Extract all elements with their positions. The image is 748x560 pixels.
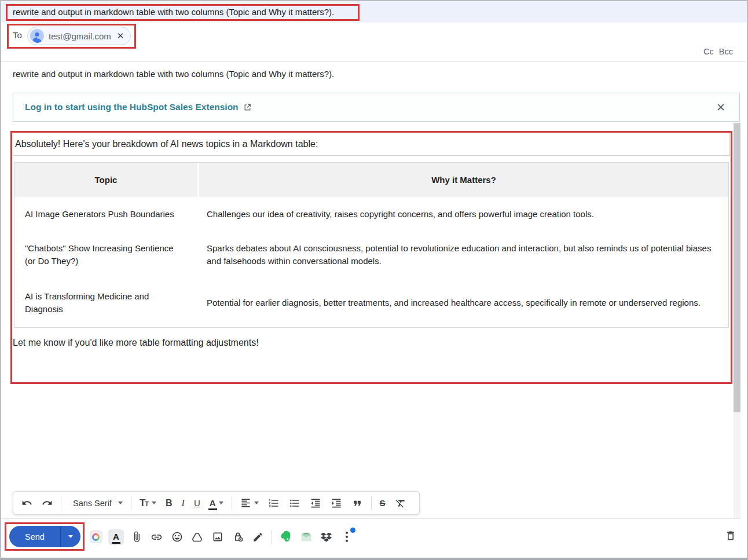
scrollbar-thumb[interactable] — [734, 123, 740, 412]
undo-button[interactable] — [17, 492, 37, 514]
numbered-list-button[interactable] — [263, 492, 284, 514]
recipient-chip[interactable]: test@gmail.com ✕ — [27, 27, 131, 45]
indent-less-button[interactable] — [305, 492, 326, 514]
mail-tray-icon — [300, 530, 313, 543]
insert-signature-button[interactable] — [248, 526, 268, 548]
confidential-mode-button[interactable] — [228, 526, 248, 548]
font-family-select[interactable]: Sans Serif — [65, 492, 127, 514]
subject-input[interactable]: rewrite and output in markdown table wit… — [1, 1, 747, 23]
table-header-topic: Topic — [14, 163, 197, 197]
lock-clock-icon — [232, 531, 244, 543]
gmail-compose-window: rewrite and output in markdown table wit… — [0, 0, 748, 560]
evernote-button[interactable] — [276, 526, 296, 548]
bulleted-list-button[interactable] — [284, 492, 305, 514]
cc-button[interactable]: Cc — [703, 47, 714, 56]
table-header-why: Why it Matters? — [199, 163, 728, 197]
markdown-table: Topic Why it Matters? AI Image Generator… — [14, 162, 729, 328]
avatar-icon — [30, 29, 44, 43]
font-family-label: Sans Serif — [69, 499, 115, 508]
body-first-line: rewrite and output in markdown table wit… — [13, 69, 334, 79]
footer-icon-row: A — [86, 525, 357, 548]
align-button[interactable] — [236, 492, 263, 514]
ai-extension-button[interactable] — [86, 526, 106, 548]
remove-formatting-button[interactable] — [390, 492, 411, 514]
external-link-icon — [243, 103, 252, 112]
table-row: AI is Transforming Medicine and Diagnosi… — [14, 278, 728, 327]
subject-text: rewrite and output in markdown table wit… — [13, 7, 334, 17]
insert-link-button[interactable] — [146, 526, 167, 548]
chevron-down-icon — [68, 535, 73, 538]
indent-less-icon — [310, 497, 321, 509]
italic-button[interactable]: I — [177, 492, 189, 514]
reply-intro-box: Absolutely! Here's your breakdown of AI … — [13, 133, 730, 156]
to-label: To — [13, 30, 22, 40]
emoji-icon — [171, 531, 183, 543]
quote-button[interactable] — [347, 492, 368, 514]
google-drive-button[interactable] — [187, 526, 207, 548]
table-row: AI Image Generators Push Boundaries Chal… — [14, 197, 728, 232]
hubspot-banner: Log in to start using the HubSpot Sales … — [13, 93, 740, 122]
font-size-select[interactable]: TT — [135, 492, 161, 514]
table-cell-why: Challenges our idea of creativity, raise… — [197, 208, 728, 221]
evernote-icon — [280, 530, 292, 543]
pen-icon — [252, 532, 263, 543]
footer-divider — [1, 518, 740, 519]
undo-icon — [21, 497, 32, 508]
paperclip-icon — [131, 531, 142, 543]
reply-outro-text: Let me know if you'd like more table for… — [13, 338, 259, 348]
mail-tray-extension-button[interactable] — [296, 526, 316, 548]
reply-intro-text: Absolutely! Here's your breakdown of AI … — [15, 139, 318, 149]
redo-button[interactable] — [37, 492, 57, 514]
discard-draft-button[interactable] — [725, 530, 736, 544]
header-divider — [1, 61, 747, 62]
remove-formatting-icon — [395, 497, 406, 509]
underline-button[interactable]: U — [189, 492, 205, 514]
photo-icon — [212, 531, 223, 543]
bcc-button[interactable]: Bcc — [719, 47, 733, 56]
text-color-button[interactable]: A — [205, 492, 228, 514]
bulleted-list-icon — [289, 497, 300, 509]
table-cell-topic: AI Image Generators Push Boundaries — [14, 208, 197, 221]
attach-file-button[interactable] — [126, 526, 146, 548]
bold-button[interactable]: B — [161, 492, 177, 514]
redo-icon — [42, 497, 53, 508]
indent-more-button[interactable] — [326, 492, 347, 514]
ai-extension-icon — [90, 530, 102, 543]
align-left-icon — [240, 497, 251, 508]
formatting-toolbar: Sans Serif TT B I U A — [13, 491, 420, 515]
formatting-options-icon: A — [108, 529, 124, 545]
trash-icon — [725, 530, 736, 541]
table-cell-topic: "Chatbots" Show Increasing Sentience (or… — [14, 242, 197, 268]
chevron-down-icon — [118, 502, 123, 504]
chevron-down-icon — [219, 502, 223, 504]
drive-icon — [191, 531, 203, 543]
send-label: Send — [9, 526, 60, 547]
chevron-down-icon — [152, 502, 156, 504]
chip-email: test@gmail.com — [49, 31, 111, 41]
quote-icon — [351, 497, 363, 509]
numbered-list-icon — [268, 497, 280, 509]
notification-dot — [350, 528, 355, 533]
table-cell-topic: AI is Transforming Medicine and Diagnosi… — [14, 290, 197, 316]
dropbox-icon — [320, 531, 332, 543]
chevron-down-icon — [254, 502, 259, 504]
strikethrough-button[interactable]: S — [375, 492, 390, 514]
table-cell-why: Sparks debates about AI consciousness, p… — [197, 242, 728, 268]
send-dropdown-button[interactable] — [61, 526, 80, 547]
send-button[interactable]: Send — [9, 526, 80, 547]
chip-remove-icon[interactable]: ✕ — [116, 31, 126, 41]
link-icon — [151, 531, 163, 543]
insert-photo-button[interactable] — [207, 526, 228, 548]
table-row: "Chatbots" Show Increasing Sentience (or… — [14, 232, 728, 278]
dropbox-button[interactable] — [316, 526, 336, 548]
more-options-icon — [346, 532, 348, 542]
more-options-button[interactable] — [336, 526, 357, 548]
hubspot-login-link[interactable]: Log in to start using the HubSpot Sales … — [25, 102, 239, 112]
formatting-options-button[interactable]: A — [106, 526, 126, 548]
table-cell-why: Potential for earlier diagnosis, better … — [197, 297, 728, 309]
insert-emoji-button[interactable] — [167, 526, 187, 548]
indent-more-icon — [331, 497, 342, 509]
banner-close-icon[interactable]: ✕ — [716, 101, 725, 114]
